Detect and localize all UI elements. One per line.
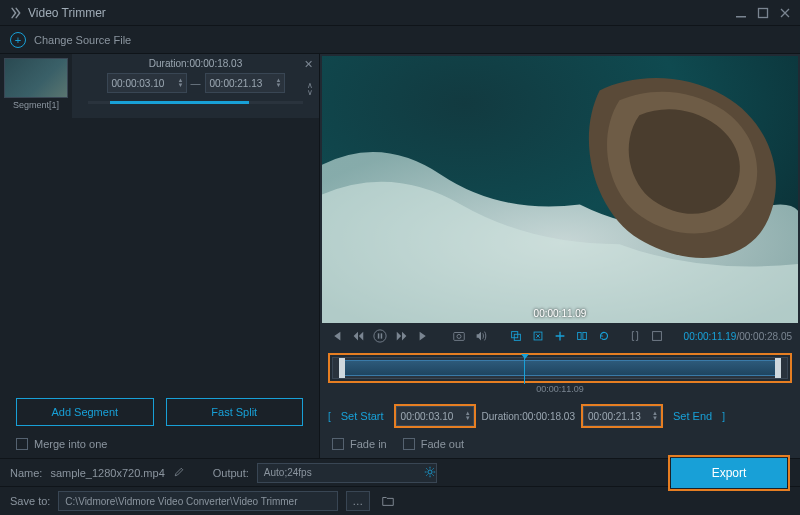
preview-time-overlay: 00:00:11.09 <box>534 308 587 319</box>
spinner-icon[interactable]: ▲▼ <box>652 411 658 421</box>
trim-handle-start[interactable] <box>339 358 345 378</box>
svg-rect-5 <box>381 333 382 338</box>
step-back-icon[interactable] <box>350 328 366 344</box>
segment-times: 00:00:03.10 ▲▼ — 00:00:21.13 ▲▼ <box>78 73 313 93</box>
reset-icon[interactable] <box>596 328 612 344</box>
svg-rect-11 <box>577 333 581 340</box>
next-segment-icon[interactable] <box>416 328 432 344</box>
save-path-input[interactable]: C:\Vidmore\Vidmore Video Converter\Video… <box>58 491 338 511</box>
fade-out-checkbox[interactable] <box>403 438 415 450</box>
fade-in-label: Fade in <box>350 438 387 450</box>
split-icon[interactable] <box>574 328 590 344</box>
spinner-icon[interactable]: ▲▼ <box>465 411 471 421</box>
svg-point-3 <box>374 330 386 342</box>
end-time-input[interactable]: 00:00:21.13 ▲▼ <box>583 406 661 426</box>
trim-handle-end[interactable] <box>775 358 781 378</box>
browse-path-button[interactable]: … <box>346 491 370 511</box>
merge-option[interactable]: Merge into one <box>0 434 319 458</box>
start-time-input[interactable]: 00:00:03.10 ▲▼ <box>396 406 474 426</box>
playhead-icon[interactable] <box>524 354 525 384</box>
prev-segment-icon[interactable] <box>328 328 344 344</box>
start-time-highlight: 00:00:03.10 ▲▼ <box>394 404 476 428</box>
set-start-button[interactable]: Set Start <box>337 410 388 422</box>
segment-actions: Add Segment Fast Split <box>0 390 319 434</box>
play-pause-icon[interactable] <box>372 328 388 344</box>
save-row: Save to: C:\Vidmore\Vidmore Video Conver… <box>0 487 800 515</box>
segment-list: Segment[1] ✕ Duration:00:00:18.03 00:00:… <box>0 54 319 118</box>
export-highlight: Export <box>668 455 790 491</box>
svg-point-14 <box>428 469 432 473</box>
segment-reorder[interactable]: ∧∨ <box>307 82 313 96</box>
svg-rect-1 <box>759 8 768 17</box>
app-title: Video Trimmer <box>28 6 726 20</box>
video-preview[interactable]: 00:00:11.09 <box>322 56 798 323</box>
change-source-row[interactable]: + Change Source File <box>0 26 800 54</box>
maximize-icon[interactable] <box>756 6 770 20</box>
bracket-right-icon: ] <box>722 411 725 422</box>
delete-segment-icon[interactable] <box>530 328 546 344</box>
fade-out-label: Fade out <box>421 438 464 450</box>
app-root: Video Trimmer + Change Source File Segme… <box>0 0 800 515</box>
segment-thumbnail <box>4 58 68 98</box>
step-forward-icon[interactable] <box>394 328 410 344</box>
end-time-highlight: 00:00:21.13 ▲▼ <box>581 404 663 428</box>
output-format-select[interactable]: Auto;24fps <box>257 463 437 483</box>
fast-split-button[interactable]: Fast Split <box>166 398 304 426</box>
output-label: Output: <box>213 467 249 479</box>
copy-segment-icon[interactable] <box>508 328 524 344</box>
close-icon[interactable] <box>778 6 792 20</box>
timeline-section: 00:00:11.09 <box>320 349 800 398</box>
segment-end-input[interactable]: 00:00:21.13 ▲▼ <box>205 73 285 93</box>
bracket-out-icon[interactable] <box>650 328 664 344</box>
volume-icon[interactable] <box>474 328 488 344</box>
fade-out-option[interactable]: Fade out <box>403 438 464 450</box>
save-to-label: Save to: <box>10 495 50 507</box>
svg-point-7 <box>457 335 461 339</box>
segment-start-input[interactable]: 00:00:03.10 ▲▼ <box>107 73 187 93</box>
svg-rect-0 <box>736 16 746 18</box>
edit-name-icon[interactable] <box>173 466 185 480</box>
playback-time: 00:00:11.19/00:00:28.05 <box>684 331 792 342</box>
merge-checkbox[interactable] <box>16 438 28 450</box>
segment-label: Segment[1] <box>13 100 59 110</box>
minimize-icon[interactable] <box>734 6 748 20</box>
add-segment-button[interactable]: Add Segment <box>16 398 154 426</box>
trim-timeline[interactable] <box>332 357 788 379</box>
app-logo-icon <box>8 6 22 20</box>
output-row: Name: sample_1280x720.mp4 Output: Auto;2… <box>0 459 800 487</box>
fade-in-checkbox[interactable] <box>332 438 344 450</box>
output-settings-icon[interactable] <box>423 465 437 481</box>
plus-circle-icon: + <box>10 32 26 48</box>
open-folder-icon[interactable] <box>378 491 398 511</box>
right-panel: 00:00:11.09 <box>320 54 800 458</box>
timeline-time-label: 00:00:11.09 <box>328 384 792 394</box>
bracket-left-icon: [ <box>328 411 331 422</box>
spinner-icon[interactable]: ▲▼ <box>178 78 184 88</box>
bracket-in-icon[interactable] <box>628 328 642 344</box>
fade-in-option[interactable]: Fade in <box>332 438 387 450</box>
svg-rect-4 <box>378 333 379 338</box>
trim-duration: Duration:00:00:18.03 <box>482 411 575 422</box>
segment-duration: Duration:00:00:18.03 <box>78 58 313 69</box>
segment-detail-panel: ✕ Duration:00:00:18.03 00:00:03.10 ▲▼ — … <box>72 54 319 118</box>
timeline-highlight <box>328 353 792 383</box>
segment-mini-timeline[interactable] <box>88 101 303 104</box>
name-label: Name: <box>10 467 42 479</box>
segment-close-icon[interactable]: ✕ <box>304 58 313 71</box>
merge-label: Merge into one <box>34 438 107 450</box>
segment-separator: — <box>191 78 201 89</box>
title-bar: Video Trimmer <box>0 0 800 26</box>
change-source-label: Change Source File <box>34 34 131 46</box>
svg-rect-6 <box>454 333 465 341</box>
playback-controls: 00:00:11.19/00:00:28.05 <box>320 323 800 349</box>
svg-rect-13 <box>652 332 661 341</box>
segment-item[interactable]: Segment[1] <box>0 54 72 118</box>
trim-inputs-row: [ Set Start 00:00:03.10 ▲▼ Duration:00:0… <box>320 398 800 434</box>
snapshot-icon[interactable] <box>452 328 466 344</box>
spinner-icon[interactable]: ▲▼ <box>276 78 282 88</box>
set-end-button[interactable]: Set End <box>669 410 716 422</box>
export-button[interactable]: Export <box>671 458 787 488</box>
left-panel: Segment[1] ✕ Duration:00:00:18.03 00:00:… <box>0 54 320 458</box>
add-split-icon[interactable] <box>552 328 568 344</box>
name-value: sample_1280x720.mp4 <box>50 467 164 479</box>
